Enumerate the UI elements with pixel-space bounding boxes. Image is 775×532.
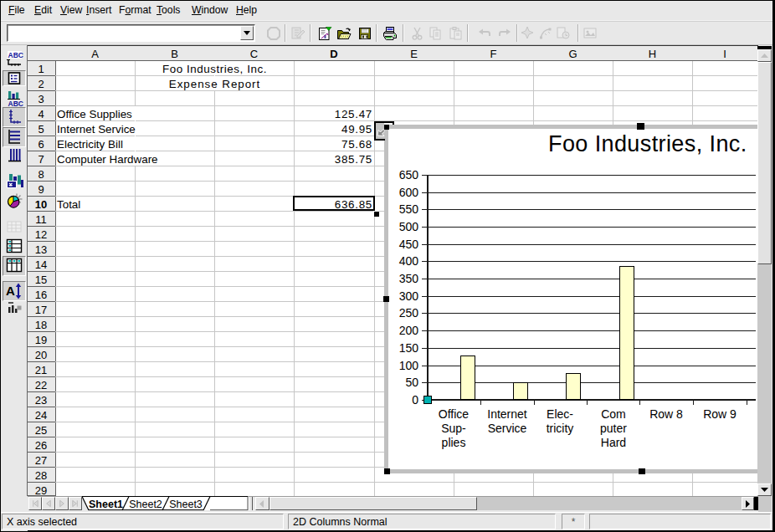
- svg-text:A: A: [6, 284, 15, 298]
- svg-text:ABC: ABC: [8, 100, 23, 107]
- svg-text:ABC: ABC: [8, 51, 23, 59]
